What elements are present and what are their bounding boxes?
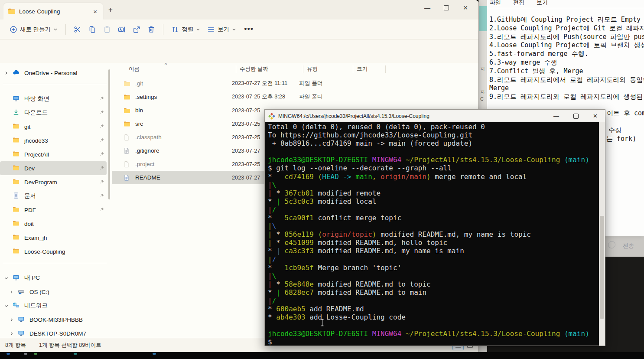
file-row[interactable]: .git2023-07-27 오전 11:11파일 폴더 <box>112 77 478 90</box>
pin-icon <box>99 151 107 157</box>
file-row[interactable]: .settings2023-07-25 오후 3:28파일 폴더 <box>112 90 478 104</box>
paste-button[interactable] <box>100 23 114 36</box>
pin-icon <box>99 165 107 171</box>
terminal-title: MINGW64:/c/Users/jhcode33/ProjectAll/sts… <box>278 113 546 119</box>
view-button[interactable]: 보기 <box>204 23 240 36</box>
sidebar-item[interactable]: DevProgram <box>0 175 107 189</box>
taskbar-icon[interactable] <box>153 353 156 355</box>
close-button[interactable]: ✕ <box>585 111 605 122</box>
sidebar-item[interactable]: doit <box>0 217 107 231</box>
maximize-button[interactable] <box>566 111 585 122</box>
menu-view[interactable]: 보기 <box>537 0 548 7</box>
maximize-button[interactable] <box>437 2 456 14</box>
menu-edit[interactable]: 편집 <box>513 0 524 7</box>
taskbar-icon[interactable] <box>7 353 10 355</box>
column-header-size[interactable]: 크기 <box>353 65 386 73</box>
sidebar-item[interactable]: PDF <box>0 203 107 217</box>
terminal-scrollbar[interactable] <box>599 122 605 346</box>
pc-icon <box>17 316 26 323</box>
terminal-line: | * 856e119 (origin/topic) modified READ… <box>268 230 599 238</box>
new-tab-button[interactable]: + <box>108 6 113 14</box>
sidebar-item[interactable]: Dev <box>0 161 107 175</box>
tab-close-icon[interactable]: × <box>91 8 99 15</box>
taskbar-icon[interactable] <box>24 353 27 355</box>
sort-button[interactable]: 정렬 <box>168 23 204 36</box>
cut-button[interactable] <box>70 23 85 36</box>
sidebar-item[interactable]: 문서 <box>0 189 107 203</box>
notepad-text[interactable]: 1.GitHub에 Coupling Project 리모트 Empty 레파2… <box>489 16 644 101</box>
terminal-line <box>268 147 599 156</box>
sidebar-item[interactable]: Loose-Coupling <box>0 245 107 258</box>
minimize-button[interactable]: — <box>418 2 437 14</box>
terminal-line: | * 367cb01 modified remote <box>268 189 599 197</box>
chevron-down-icon[interactable] <box>3 304 10 308</box>
sidebar-item[interactable]: git <box>0 120 107 134</box>
menu-file[interactable]: 파일 <box>490 0 501 7</box>
sidebar-item[interactable]: 바탕 화면 <box>0 92 107 106</box>
terminal-line: |\ <box>268 272 599 280</box>
file-date: 2023-07-27 오전 11:11 <box>232 80 299 87</box>
desktop-icon <box>12 95 21 103</box>
notepad-line: 1.GitHub에 Coupling Project 리모트 Empty 레파 <box>489 16 644 24</box>
chevron-right-icon[interactable] <box>8 332 15 336</box>
delete-button[interactable] <box>144 23 159 36</box>
sidebar-item[interactable]: OS (C:) <box>0 285 107 299</box>
taskbar-icon[interactable] <box>74 353 77 355</box>
folder-icon <box>123 80 131 87</box>
sort-arrows-icon <box>171 26 179 33</box>
minimize-button[interactable]: — <box>546 111 566 122</box>
sidebar-item-label: OS (C:) <box>29 289 49 295</box>
sidebar-item[interactable]: OneDrive - Personal <box>0 66 107 79</box>
column-header-name[interactable]: 이름 <box>128 65 236 73</box>
chevron-right-icon[interactable] <box>8 290 15 294</box>
sidebar-item-label: BOOK-MI33IPHBBB <box>29 317 83 323</box>
pc-icon <box>17 330 26 337</box>
terminal-titlebar[interactable]: MINGW64:/c/Users/jhcode33/ProjectAll/sts… <box>265 110 605 122</box>
folder-icon <box>123 121 131 127</box>
copy-button[interactable] <box>85 23 100 36</box>
file-type: 파일 폴더 <box>299 93 348 101</box>
sidebar-item[interactable]: Exam_jh <box>0 231 107 245</box>
terminal-line: |/ <box>268 206 599 214</box>
sidebar-item[interactable]: BOOK-MI33IPHBBB <box>0 313 107 326</box>
terminal-line: | * 58e848e modified README.md to topic <box>268 280 599 288</box>
copy-icon <box>88 26 96 33</box>
taskbar[interactable] <box>0 352 644 359</box>
taskbar-icon[interactable] <box>34 353 37 355</box>
notepad-line: 3.리모트 레파지토리에 Push(source 파일만 push) <box>489 33 644 42</box>
file-name: README <box>131 174 232 181</box>
selection-info: 1개 항목 선택함 89바이트 <box>39 342 101 349</box>
sidebar-item[interactable]: 다운로드 <box>0 106 107 120</box>
column-header-date[interactable]: 수정한 날짜 <box>236 65 303 73</box>
sidebar-item-label: jhcode33 <box>24 137 48 144</box>
close-button[interactable]: ✕ <box>456 2 475 14</box>
network-icon <box>12 302 21 310</box>
scissors-icon <box>74 26 81 33</box>
sidebar-item[interactable]: DESKTOP-S0DR0M7 <box>0 326 107 338</box>
navigation-pane: OneDrive - Personal바탕 화면다운로드gitjhcode33P… <box>0 63 112 338</box>
more-options-button[interactable]: ••• <box>240 25 258 34</box>
sidebar-item[interactable]: ProjectAll <box>0 147 107 161</box>
notepad-line-fragment: 이트 후 com <box>607 109 644 117</box>
sidebar-scrollbar[interactable] <box>108 69 110 199</box>
rename-button[interactable] <box>114 23 129 36</box>
explorer-tab[interactable]: Loose-Coupling × <box>3 3 103 20</box>
share-button[interactable] <box>129 23 144 36</box>
sidebar-item[interactable]: 내 PC <box>0 271 107 285</box>
chevron-right-icon[interactable] <box>8 318 15 322</box>
file-name: .project <box>131 161 232 167</box>
file-name: .classpath <box>131 134 232 140</box>
terminal-line: * | ca3c3f3 modified README.md, my name … <box>268 247 599 255</box>
sidebar-item[interactable]: jhcode33 <box>0 134 107 147</box>
notepad-line: 8.리모트 레파지토리에서 로컬 레파지토리와 동일한 <box>489 76 644 85</box>
terminal-line: $ <box>268 338 599 346</box>
scrollbar-thumb[interactable] <box>600 216 604 319</box>
chevron-down-icon[interactable] <box>3 276 10 280</box>
git-bash-icon <box>268 113 275 120</box>
terminal-content[interactable]: Total 0 (delta 0), reused 0 (delta 0), p… <box>265 122 599 346</box>
sidebar-divider <box>3 263 107 263</box>
chevron-right-icon[interactable] <box>3 71 10 75</box>
column-header-type[interactable]: 유형 <box>303 65 353 73</box>
sidebar-item[interactable]: 네트워크 <box>0 299 107 313</box>
new-button[interactable]: 새로 만들기 <box>6 23 61 36</box>
